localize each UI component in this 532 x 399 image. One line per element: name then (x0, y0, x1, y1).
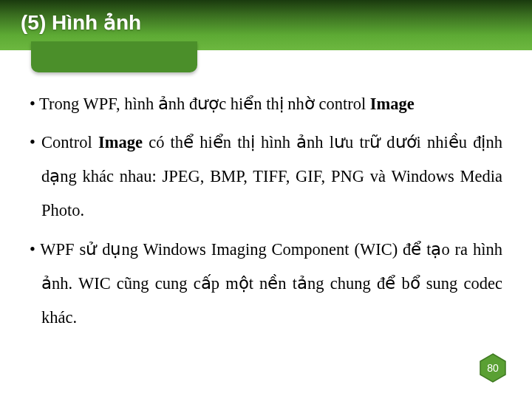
bullet-text: • Trong WPF, hình ảnh được hiển thị nhờ … (30, 95, 370, 113)
bullet-item: • Trong WPF, hình ảnh được hiển thị nhờ … (30, 87, 502, 121)
bullet-text: • WPF sử dụng Windows Imaging Component … (30, 240, 502, 327)
bullet-item: • Control Image có thể hiển thị hình ảnh… (30, 126, 502, 228)
slide-title: (5) Hình ảnh (21, 10, 141, 35)
bullet-item: • WPF sử dụng Windows Imaging Component … (30, 233, 502, 335)
bullet-text: • Control (30, 133, 98, 151)
page-number-badge: 80 (479, 353, 507, 383)
slide-content: • Trong WPF, hình ảnh được hiển thị nhờ … (30, 87, 502, 339)
page-number: 80 (479, 353, 507, 383)
bullet-bold: Image (370, 95, 415, 113)
bullet-bold: Image (98, 133, 143, 151)
title-tab (31, 41, 197, 72)
